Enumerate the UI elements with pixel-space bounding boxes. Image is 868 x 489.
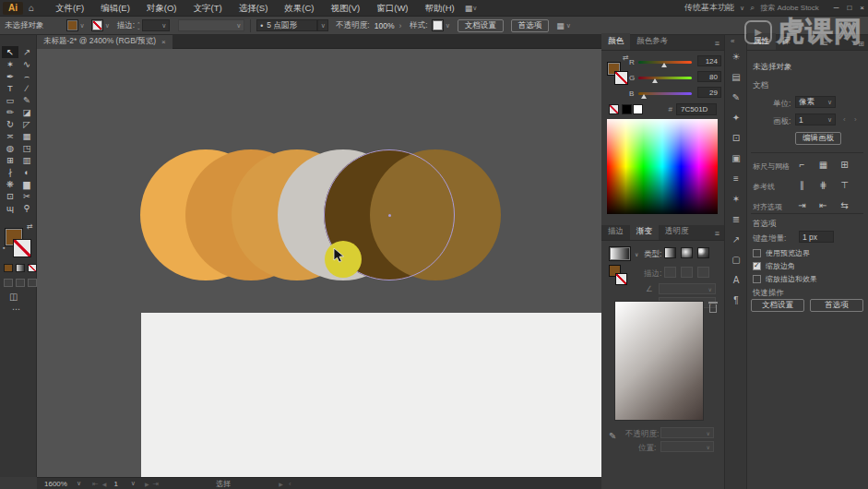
g-slider-track[interactable] <box>638 77 692 79</box>
delete-stop-icon[interactable] <box>709 304 717 313</box>
rectangle-tool[interactable]: ▭ <box>2 94 18 106</box>
snap-pixel-icon[interactable]: ⇤ <box>816 199 830 212</box>
tab-libraries[interactable]: 库 <box>776 33 797 50</box>
lock-guides-icon[interactable]: ⋕ <box>816 179 830 192</box>
none-swatch[interactable] <box>609 104 619 114</box>
stroke-within-button[interactable] <box>664 267 676 278</box>
scale-strokes-effects-checkbox[interactable]: 缩放描边和效果 <box>753 274 817 284</box>
units-dropdown[interactable]: 像素∨ <box>795 96 836 108</box>
g-value-field[interactable]: 80 <box>697 71 721 82</box>
magic-wand-tool[interactable]: ✶ <box>2 58 18 70</box>
perspective-grid-tool[interactable]: ◳ <box>18 142 35 154</box>
menu-edit[interactable]: 编辑(E) <box>92 0 138 17</box>
style-swatch[interactable] <box>432 19 444 31</box>
menu-window[interactable]: 窗口(W) <box>368 0 416 17</box>
linear-gradient-button[interactable] <box>664 247 676 258</box>
gradient-tool[interactable]: ▥ <box>18 154 35 166</box>
stroke-weight-dropdown[interactable]: ∨ <box>142 19 170 31</box>
status-back-icon[interactable]: ‹ <box>289 480 291 488</box>
document-setup-button[interactable]: 文档设置 <box>458 19 504 32</box>
next-artboard-icon[interactable]: ▶ <box>145 481 149 487</box>
panel-menu-icon[interactable]: ≡ <box>710 229 724 240</box>
gradient-mode-button[interactable] <box>16 264 25 272</box>
opacity-value[interactable]: 100% <box>375 21 395 30</box>
search-stock-label[interactable]: 搜索 Adobe Stock <box>760 3 819 13</box>
toolbar-stroke-swatch[interactable] <box>13 239 31 257</box>
color-spectrum[interactable] <box>607 119 718 214</box>
zoom-tool[interactable]: ⚲ <box>18 202 35 214</box>
shape-builder-tool[interactable]: ◍ <box>2 142 18 154</box>
scale-strokes-effects-checkbox-box[interactable] <box>753 275 761 283</box>
artboard-number[interactable]: 1 <box>113 480 117 488</box>
direct-selection-tool[interactable]: ↗ <box>18 46 35 58</box>
pixel-grid-icon[interactable]: ⊞ <box>838 159 851 172</box>
menu-view[interactable]: 视图(V) <box>323 0 369 17</box>
graph-tool[interactable]: ▆ <box>18 178 35 190</box>
g-slider-handle[interactable] <box>652 78 658 83</box>
gradient-thumbnail[interactable] <box>609 246 631 261</box>
snap-grid-icon[interactable]: ⇥ <box>795 199 809 212</box>
line-segment-tool[interactable]: ∕ <box>18 82 35 94</box>
fill-color-swatch[interactable] <box>66 19 78 31</box>
eyedropper-tool[interactable]: ∤ <box>2 166 18 178</box>
none-mode-button[interactable] <box>28 264 37 272</box>
document-tab[interactable]: 未标题-2* @ 2400% (RGB/预览) × <box>37 35 172 49</box>
brushes-panel-icon[interactable]: ✎ <box>727 90 745 104</box>
stroke-weight-stepper[interactable]: ⌃⌄ <box>137 22 140 30</box>
tab-transparency[interactable]: 透明度 <box>659 223 696 240</box>
stroke-caret[interactable]: ∨ <box>105 22 110 30</box>
use-preview-bounds-checkbox[interactable]: 使用预览边界 <box>753 248 810 258</box>
menu-object[interactable]: 对象(O) <box>138 0 185 17</box>
prev-artboard-arrow[interactable]: ‹ <box>843 115 846 124</box>
arrange-documents-caret[interactable]: ∨ <box>472 5 477 12</box>
symbol-sprayer-tool[interactable]: ❋ <box>2 178 18 190</box>
angle-dropdown[interactable]: ∨ <box>659 283 716 294</box>
artboard-tool[interactable]: ⊡ <box>2 190 18 202</box>
magic-panel-icon[interactable]: ✶ <box>727 192 745 206</box>
search-icon[interactable]: ⌕ <box>750 3 755 13</box>
black-swatch[interactable] <box>622 104 632 114</box>
use-preview-bounds-checkbox-box[interactable] <box>753 249 761 257</box>
tab-color[interactable]: 颜色 <box>601 33 630 50</box>
panel-options-icon[interactable]: ⊞ <box>854 40 868 50</box>
color-mode-button[interactable] <box>4 264 13 272</box>
brush-caret[interactable]: ∨ <box>317 19 328 31</box>
eraser-tool[interactable]: ◪ <box>18 106 35 118</box>
color-panel-icon[interactable]: ☀ <box>727 50 745 64</box>
slice-tool[interactable]: ✂ <box>18 190 35 202</box>
prev-artboard-icon[interactable]: ◀ <box>102 481 107 487</box>
minimize-button[interactable]: ─ <box>834 4 839 12</box>
control-options-icon[interactable]: ▦ <box>556 21 565 30</box>
shaper-tool[interactable]: ✏ <box>2 106 18 118</box>
blend-tool[interactable]: ◐ <box>18 166 35 178</box>
align-panel-icon[interactable]: ≡ <box>727 172 745 185</box>
type-tool[interactable]: T <box>2 82 18 94</box>
tab-properties[interactable]: 属性 <box>747 33 776 50</box>
panel-swap-icon[interactable]: ⇄ <box>623 54 629 62</box>
ruler-icon[interactable]: ⌐ <box>795 159 809 172</box>
hand-tool[interactable]: ɰ <box>2 202 18 214</box>
home-icon[interactable]: ⌂ <box>23 3 40 13</box>
guides-icon[interactable]: ∥ <box>795 179 809 192</box>
style-caret[interactable]: ∨ <box>446 22 450 30</box>
brush-definition-dropdown[interactable]: • 5 点圆形 <box>256 19 317 31</box>
edit-gradient-icon[interactable]: ✎ <box>609 431 616 441</box>
canvas[interactable] <box>37 49 601 477</box>
tab-color-guide[interactable]: 颜色参考 <box>630 33 674 50</box>
swatches-panel-icon[interactable]: ▤ <box>727 70 745 84</box>
zoom-caret[interactable]: ∨ <box>77 480 81 487</box>
radial-gradient-button[interactable] <box>681 247 693 258</box>
workspace-caret[interactable]: ∨ <box>740 5 744 12</box>
swap-fill-stroke-icon[interactable]: ⇄ <box>27 222 33 231</box>
stop-opacity-dropdown[interactable]: ∨ <box>660 427 714 438</box>
width-profile-dropdown[interactable]: ∨ <box>178 19 244 31</box>
scale-tool[interactable]: ◸ <box>18 118 35 130</box>
white-swatch[interactable] <box>633 104 643 114</box>
r-value-field[interactable]: 124 <box>697 55 721 66</box>
r-slider-handle[interactable] <box>661 63 667 67</box>
scale-corners-checkbox-box[interactable] <box>753 262 761 270</box>
transform-panel-icon[interactable]: ⊡ <box>727 131 745 145</box>
arrange-documents-icon[interactable]: ▦ <box>465 4 473 13</box>
pathfinder-panel-icon[interactable]: ▣ <box>727 151 745 165</box>
last-artboard-icon[interactable]: ⇥ <box>153 480 160 488</box>
